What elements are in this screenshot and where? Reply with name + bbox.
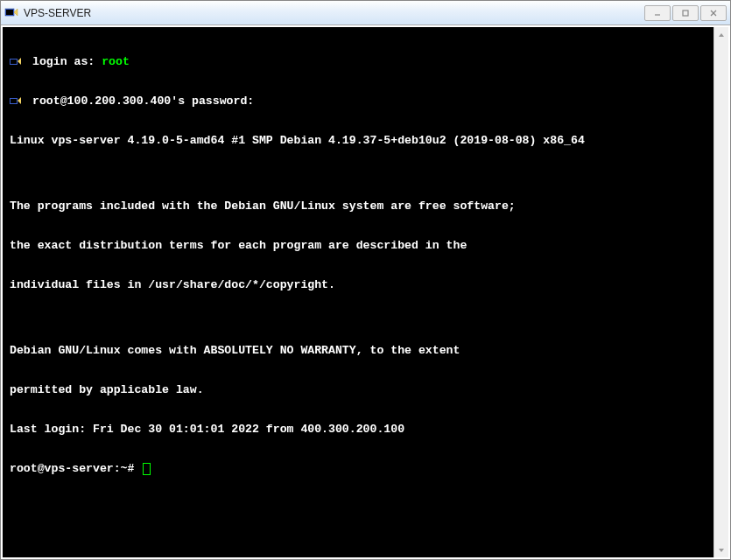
- titlebar[interactable]: VPS-SERVER: [1, 1, 730, 25]
- motd-terms: the exact distribution terms for each pr…: [3, 239, 713, 252]
- svg-rect-7: [11, 60, 17, 64]
- cursor: [143, 463, 151, 475]
- minimize-button[interactable]: [644, 5, 671, 21]
- login-prompt: login as:: [32, 55, 102, 68]
- maximize-button[interactable]: [672, 5, 699, 21]
- scroll-down-button[interactable]: [714, 542, 728, 557]
- prompt-line: root@vps-server:~#: [3, 462, 713, 475]
- last-login: Last login: Fri Dec 30 01:01:01 2022 fro…: [3, 423, 713, 436]
- terminal-content: login as: root root@100.200.300.400's pa…: [3, 29, 713, 501]
- motd-programs: The programs included with the Debian GN…: [3, 200, 713, 213]
- window-title: VPS-SERVER: [24, 7, 644, 19]
- password-line: root@100.200.300.400's password:: [3, 94, 713, 108]
- motd-kernel: Linux vps-server 4.19.0-5-amd64 #1 SMP D…: [3, 134, 713, 147]
- svg-rect-1: [6, 10, 13, 15]
- scrollbar[interactable]: [713, 27, 728, 557]
- login-line: login as: root: [3, 55, 713, 68]
- session-icon: [10, 95, 24, 108]
- terminal-container: login as: root root@100.200.300.400's pa…: [1, 25, 730, 559]
- motd-warranty1: Debian GNU/Linux comes with ABSOLUTELY N…: [3, 344, 713, 357]
- svg-rect-9: [11, 99, 17, 103]
- shell-prompt: root@vps-server:~#: [10, 462, 134, 475]
- window: VPS-SERVER: [0, 0, 731, 560]
- motd-copyright: individual files in /usr/share/doc/*/cop…: [3, 278, 713, 291]
- login-user: root: [102, 55, 130, 68]
- terminal[interactable]: login as: root root@100.200.300.400's pa…: [3, 27, 713, 557]
- svg-rect-3: [683, 10, 688, 16]
- close-button[interactable]: [700, 5, 727, 21]
- window-controls: [644, 5, 727, 21]
- password-prompt: root@100.200.300.400's password:: [32, 94, 254, 108]
- putty-icon: [4, 6, 18, 20]
- scroll-track[interactable]: [714, 42, 728, 542]
- scroll-up-button[interactable]: [714, 27, 728, 42]
- session-icon: [10, 56, 24, 68]
- motd-warranty2: permitted by applicable law.: [3, 383, 713, 396]
